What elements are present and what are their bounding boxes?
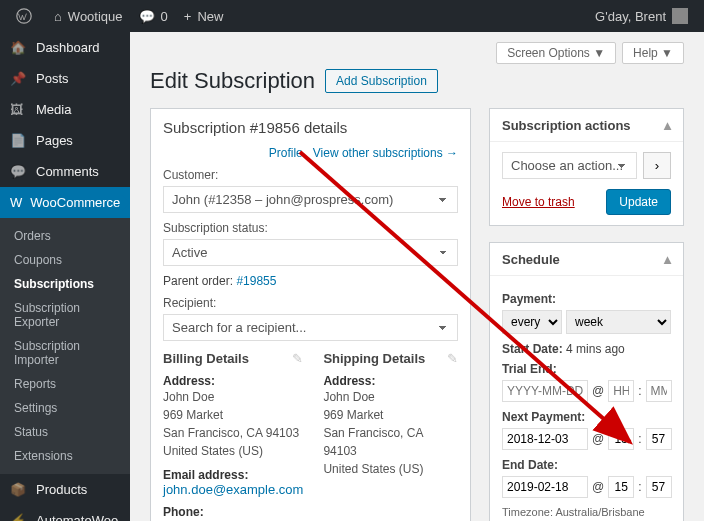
trial-date-input[interactable] [502, 380, 588, 402]
add-subscription-button[interactable]: Add Subscription [325, 69, 438, 93]
billing-title: Billing Details [163, 351, 303, 366]
view-other-subscriptions-link[interactable]: View other subscriptions [313, 146, 458, 160]
sub-status[interactable]: Status [0, 420, 130, 444]
sidebar-item-dashboard[interactable]: 🏠Dashboard [0, 32, 130, 63]
sub-extensions[interactable]: Extensions [0, 444, 130, 468]
woocommerce-submenu: Orders Coupons Subscriptions Subscriptio… [0, 218, 130, 474]
site-name[interactable]: ⌂Wootique [46, 0, 131, 32]
payment-interval-select[interactable]: every [502, 310, 562, 334]
status-label: Subscription status: [163, 221, 458, 235]
status-select[interactable]: Active [163, 239, 458, 266]
sub-subscription-exporter[interactable]: Subscription Exporter [0, 296, 130, 334]
comments-bubble[interactable]: 💬0 [131, 0, 176, 32]
sidebar-item-pages[interactable]: 📄Pages [0, 125, 130, 156]
profile-link[interactable]: Profile [269, 146, 303, 160]
sub-coupons[interactable]: Coupons [0, 248, 130, 272]
next-hour-input[interactable] [608, 428, 634, 450]
howdy-account[interactable]: G'day, Brent [587, 0, 696, 32]
update-button[interactable]: Update [606, 189, 671, 215]
help-toggle[interactable]: Help ▼ [622, 42, 684, 64]
sub-orders[interactable]: Orders [0, 224, 130, 248]
toggle-panel-icon[interactable]: ▴ [664, 251, 671, 267]
move-to-trash-link[interactable]: Move to trash [502, 195, 575, 209]
screen-options-toggle[interactable]: Screen Options ▼ [496, 42, 616, 64]
billing-email-link[interactable]: john.doe@example.com [163, 482, 303, 497]
sidebar-item-woocommerce[interactable]: WWooCommerce [0, 187, 130, 218]
next-min-input[interactable] [646, 428, 672, 450]
sub-subscriptions[interactable]: Subscriptions [0, 272, 130, 296]
shipping-title: Shipping Details [323, 351, 458, 366]
sub-settings[interactable]: Settings [0, 396, 130, 420]
sub-reports[interactable]: Reports [0, 372, 130, 396]
wp-logo[interactable] [8, 0, 46, 32]
actions-title: Subscription actions [502, 118, 631, 133]
sidebar-item-media[interactable]: 🖼Media [0, 94, 130, 125]
payment-unit-select[interactable]: week [566, 310, 671, 334]
parent-order-link[interactable]: #19855 [236, 274, 276, 288]
details-heading: Subscription #19856 details [163, 119, 458, 136]
sub-subscription-importer[interactable]: Subscription Importer [0, 334, 130, 372]
page-title: Edit Subscription [150, 68, 315, 94]
schedule-title: Schedule [502, 252, 560, 267]
end-min-input[interactable] [646, 476, 672, 498]
edit-billing-icon[interactable]: ✎ [292, 351, 303, 366]
sidebar-item-posts[interactable]: 📌Posts [0, 63, 130, 94]
edit-shipping-icon[interactable]: ✎ [447, 351, 458, 366]
admin-sidebar: 🏠Dashboard 📌Posts 🖼Media 📄Pages 💬Comment… [0, 32, 130, 521]
customer-label: Customer: [163, 168, 458, 182]
next-date-input[interactable] [502, 428, 588, 450]
end-date-input[interactable] [502, 476, 588, 498]
new-content[interactable]: +New [176, 0, 232, 32]
trial-hour-input[interactable] [608, 380, 634, 402]
sidebar-item-comments[interactable]: 💬Comments [0, 156, 130, 187]
run-action-button[interactable]: › [643, 152, 671, 179]
recipient-label: Recipient: [163, 296, 458, 310]
avatar [672, 8, 688, 24]
customer-select[interactable]: John (#12358 – john@prospress.com) [163, 186, 458, 213]
trial-min-input[interactable] [646, 380, 672, 402]
timezone-text: Timezone: Australia/Brisbane [502, 506, 671, 518]
sidebar-item-automatewoo[interactable]: ⚡AutomateWoo [0, 505, 130, 521]
end-hour-input[interactable] [608, 476, 634, 498]
recipient-select[interactable]: Search for a recipient... [163, 314, 458, 341]
sidebar-item-products[interactable]: 📦Products [0, 474, 130, 505]
toggle-panel-icon[interactable]: ▴ [664, 117, 671, 133]
action-select[interactable]: Choose an action... [502, 152, 637, 179]
